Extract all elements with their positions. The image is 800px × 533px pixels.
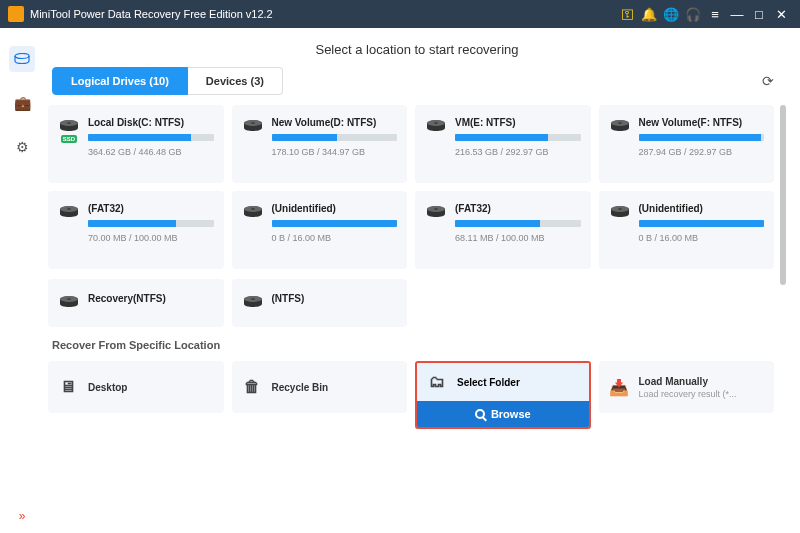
drive-size: 216.53 GB / 292.97 GB (455, 147, 581, 157)
drive-usage-bar (88, 220, 214, 227)
select-folder-group: 🗂 Select Folder Browse (415, 361, 591, 429)
svg-point-24 (618, 208, 622, 209)
app-title: MiniTool Power Data Recovery Free Editio… (30, 8, 273, 20)
location-recycle-bin[interactable]: 🗑 Recycle Bin (232, 361, 408, 413)
location-label: Recycle Bin (272, 382, 329, 393)
location-label: Select Folder (457, 377, 520, 388)
drive-name: VM(E: NTFS) (455, 117, 581, 128)
disk-icon (58, 293, 80, 313)
svg-point-30 (251, 298, 255, 299)
drive-usage-bar (639, 134, 765, 141)
location-desktop[interactable]: 🖥 Desktop (48, 361, 224, 413)
drive-size: 68.11 MB / 100.00 MB (455, 233, 581, 243)
svg-point-21 (434, 208, 438, 209)
location-label: Desktop (88, 382, 127, 393)
bell-icon[interactable]: 🔔 (638, 7, 660, 22)
drive-size: 364.62 GB / 446.48 GB (88, 147, 214, 157)
drive-name: Local Disk(C: NTFS) (88, 117, 214, 128)
svg-point-3 (67, 122, 71, 123)
drive-card[interactable]: (FAT32)70.00 MB / 100.00 MB (48, 191, 224, 269)
drive-name: New Volume(F: NTFS) (639, 117, 765, 128)
drive-usage-bar (272, 134, 398, 141)
svg-point-18 (251, 208, 255, 209)
drive-name: New Volume(D: NTFS) (272, 117, 398, 128)
drive-usage-bar (272, 220, 398, 227)
drive-size: 0 B / 16.00 MB (272, 233, 398, 243)
disk-icon (242, 293, 264, 313)
drive-size: 178.10 GB / 344.97 GB (272, 147, 398, 157)
drive-usage-bar (639, 220, 765, 227)
title-bar: MiniTool Power Data Recovery Free Editio… (0, 0, 800, 28)
maximize-icon[interactable]: □ (748, 7, 770, 22)
drive-size: 0 B / 16.00 MB (639, 233, 765, 243)
svg-point-9 (434, 122, 438, 123)
desktop-icon: 🖥 (58, 378, 78, 396)
disk-icon (425, 203, 447, 259)
drive-size: 287.94 GB / 292.97 GB (639, 147, 765, 157)
refresh-icon[interactable]: ⟳ (754, 69, 782, 93)
globe-icon[interactable]: 🌐 (660, 7, 682, 22)
sidebar: 💼 ⚙ » (0, 28, 44, 533)
app-logo-icon (8, 6, 24, 22)
load-icon: 📥 (609, 378, 629, 397)
drive-usage-bar (88, 134, 214, 141)
drive-name: (Unidentified) (639, 203, 765, 214)
svg-point-6 (251, 122, 255, 123)
svg-point-0 (15, 54, 29, 59)
tab-logical-drives[interactable]: Logical Drives (10) (52, 67, 188, 95)
close-icon[interactable]: ✕ (770, 7, 792, 22)
svg-point-12 (618, 122, 622, 123)
key-icon[interactable]: ⚿ (616, 7, 638, 22)
drive-card[interactable]: VM(E: NTFS)216.53 GB / 292.97 GB (415, 105, 591, 183)
drive-card[interactable]: Recovery(NTFS) (48, 279, 224, 327)
search-icon (475, 409, 485, 419)
drive-name: Recovery(NTFS) (88, 293, 214, 304)
section-title: Recover From Specific Location (52, 339, 774, 351)
drive-card[interactable]: SSDLocal Disk(C: NTFS)364.62 GB / 446.48… (48, 105, 224, 183)
drive-usage-bar (455, 220, 581, 227)
page-heading: Select a location to start recovering (48, 38, 786, 67)
tab-devices[interactable]: Devices (3) (188, 67, 283, 95)
drive-name: (NTFS) (272, 293, 398, 304)
drive-card[interactable]: (FAT32)68.11 MB / 100.00 MB (415, 191, 591, 269)
sidebar-expand-icon[interactable]: » (19, 509, 26, 523)
drive-size: 70.00 MB / 100.00 MB (88, 233, 214, 243)
disk-icon (609, 203, 631, 259)
location-label: Load Manually (639, 376, 708, 387)
disk-icon (242, 117, 264, 173)
browse-label: Browse (491, 408, 531, 420)
browse-button[interactable]: Browse (417, 401, 589, 427)
sidebar-item-recovery[interactable] (9, 46, 35, 72)
scrollbar[interactable] (780, 105, 786, 285)
location-sublabel: Load recovery result (*... (639, 389, 765, 399)
headset-icon[interactable]: 🎧 (682, 7, 704, 22)
menu-icon[interactable]: ≡ (704, 7, 726, 22)
drive-name: (FAT32) (88, 203, 214, 214)
disk-icon (425, 117, 447, 173)
drive-name: (Unidentified) (272, 203, 398, 214)
location-load-manually[interactable]: 📥 Load Manually Load recovery result (*.… (599, 361, 775, 413)
disk-icon (609, 117, 631, 173)
drive-usage-bar (455, 134, 581, 141)
ssd-badge: SSD (61, 135, 77, 143)
drive-name: (FAT32) (455, 203, 581, 214)
sidebar-item-toolbox[interactable]: 💼 (9, 90, 35, 116)
svg-point-27 (67, 298, 71, 299)
location-select-folder[interactable]: 🗂 Select Folder (417, 363, 589, 401)
minimize-icon[interactable]: — (726, 7, 748, 22)
disk-icon (242, 203, 264, 259)
drive-card[interactable]: New Volume(D: NTFS)178.10 GB / 344.97 GB (232, 105, 408, 183)
folder-icon: 🗂 (427, 373, 447, 391)
drive-card[interactable]: (NTFS) (232, 279, 408, 327)
drive-card[interactable]: (Unidentified)0 B / 16.00 MB (232, 191, 408, 269)
trash-icon: 🗑 (242, 378, 262, 396)
drive-card[interactable]: New Volume(F: NTFS)287.94 GB / 292.97 GB (599, 105, 775, 183)
svg-point-15 (67, 208, 71, 209)
disk-icon (58, 203, 80, 259)
disk-icon: SSD (58, 117, 80, 173)
drive-card[interactable]: (Unidentified)0 B / 16.00 MB (599, 191, 775, 269)
sidebar-item-settings[interactable]: ⚙ (9, 134, 35, 160)
